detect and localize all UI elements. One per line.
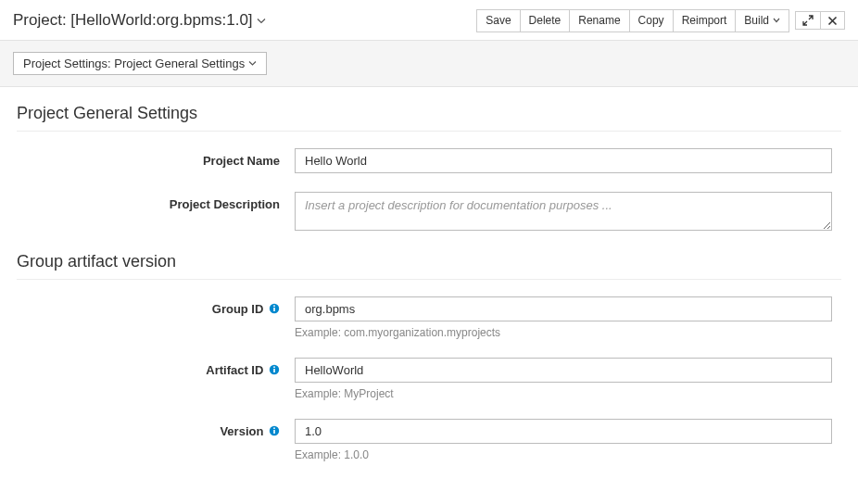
expand-icon xyxy=(802,15,814,26)
project-name-input[interactable] xyxy=(295,148,832,173)
form-row-group-id: Group ID Example: com.myorganization.myp… xyxy=(17,296,841,339)
info-icon[interactable] xyxy=(269,425,280,438)
svg-point-2 xyxy=(273,305,275,307)
expand-button[interactable] xyxy=(795,11,821,30)
version-input[interactable] xyxy=(295,419,832,444)
toolbar: Save Delete Rename Copy Reimport Build xyxy=(471,9,845,32)
build-button[interactable]: Build xyxy=(735,9,789,32)
info-icon[interactable] xyxy=(269,364,280,377)
settings-bar: Project Settings: Project General Settin… xyxy=(0,40,858,87)
version-label-text: Version xyxy=(220,424,263,438)
section-heading-general: Project General Settings xyxy=(17,104,841,132)
content: Project General Settings Project Name Pr… xyxy=(0,87,858,476)
chevron-down-icon xyxy=(773,18,780,23)
save-button[interactable]: Save xyxy=(476,9,520,32)
svg-rect-7 xyxy=(273,430,275,434)
form-row-project-name: Project Name xyxy=(17,148,841,173)
artifact-id-example: Example: MyProject xyxy=(295,387,832,400)
section-heading-gav: Group artifact version xyxy=(17,252,841,280)
form-row-artifact-id: Artifact ID Example: MyProject xyxy=(17,358,841,400)
svg-point-8 xyxy=(273,427,275,429)
chevron-down-icon xyxy=(257,18,266,24)
info-icon[interactable] xyxy=(269,303,280,316)
artifact-id-input[interactable] xyxy=(295,358,832,383)
settings-dropdown[interactable]: Project Settings: Project General Settin… xyxy=(13,52,267,75)
project-name-label: Project Name xyxy=(17,148,295,173)
svg-point-5 xyxy=(273,366,275,368)
svg-rect-1 xyxy=(273,308,275,311)
group-id-input[interactable] xyxy=(295,296,832,321)
settings-dropdown-label: Project Settings: Project General Settin… xyxy=(23,57,245,70)
version-label: Version xyxy=(17,419,295,461)
artifact-id-field-wrap: Example: MyProject xyxy=(295,358,841,400)
version-example: Example: 1.0.0 xyxy=(295,448,832,461)
group-id-label-text: Group ID xyxy=(212,302,264,316)
svg-rect-4 xyxy=(273,369,275,372)
project-desc-textarea[interactable] xyxy=(295,192,832,231)
artifact-id-label-text: Artifact ID xyxy=(206,363,263,377)
form-row-version: Version Example: 1.0.0 xyxy=(17,419,841,461)
version-field-wrap: Example: 1.0.0 xyxy=(295,419,841,461)
reimport-button[interactable]: Reimport xyxy=(673,9,737,32)
group-id-label: Group ID xyxy=(17,296,295,339)
form-row-project-desc: Project Description xyxy=(17,192,841,233)
build-label: Build xyxy=(744,13,769,29)
group-id-field-wrap: Example: com.myorganization.myprojects xyxy=(295,296,841,339)
toolbar-primary-group: Save Delete Rename Copy Reimport Build xyxy=(476,9,789,32)
close-button[interactable] xyxy=(820,11,845,30)
project-title-text: Project: [HelloWorld:org.bpms:1.0] xyxy=(13,11,253,30)
project-title-dropdown[interactable]: Project: [HelloWorld:org.bpms:1.0] xyxy=(13,11,266,30)
project-name-field-wrap xyxy=(295,148,841,173)
chevron-down-icon xyxy=(248,60,257,67)
header-bar: Project: [HelloWorld:org.bpms:1.0] Save … xyxy=(0,0,858,40)
artifact-id-label: Artifact ID xyxy=(17,358,295,400)
close-icon xyxy=(827,16,838,26)
group-id-example: Example: com.myorganization.myprojects xyxy=(295,326,832,339)
project-desc-field-wrap xyxy=(295,192,841,233)
rename-button[interactable]: Rename xyxy=(569,9,629,32)
delete-button[interactable]: Delete xyxy=(520,9,571,32)
toolbar-icon-group xyxy=(795,11,845,30)
project-desc-label: Project Description xyxy=(17,192,295,233)
copy-button[interactable]: Copy xyxy=(629,9,674,32)
